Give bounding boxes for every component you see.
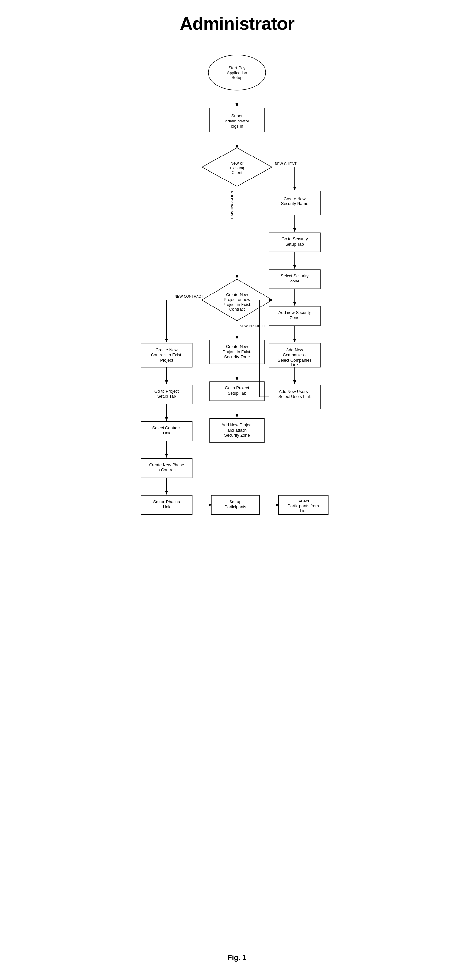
svg-text:Security Zone: Security Zone [224, 355, 250, 359]
svg-text:Select Companies: Select Companies [278, 358, 311, 363]
select-contract-node: Select Contract [152, 425, 181, 430]
goto-project-setup2-node: Go to Project [225, 385, 249, 390]
svg-text:Setup Tab: Setup Tab [285, 242, 304, 247]
svg-text:Security Zone: Security Zone [224, 433, 250, 438]
svg-text:Participants from: Participants from [287, 503, 319, 508]
svg-text:Link: Link [291, 362, 298, 367]
svg-text:Zone: Zone [290, 278, 299, 283]
svg-text:in Contract: in Contract [156, 468, 177, 473]
add-companies-node: Add New [286, 347, 303, 352]
super-admin-node: Super [231, 113, 243, 118]
decision1-node: New or [230, 161, 244, 165]
svg-text:Administrator: Administrator [225, 119, 249, 123]
create-project-zone-node: Create New [226, 344, 248, 349]
svg-text:Project or new: Project or new [224, 297, 250, 302]
select-security-zone-node: Select Security [281, 274, 309, 278]
svg-text:Select Users Link: Select Users Link [279, 394, 311, 399]
existing-client-label: EXISTING CLIENT [230, 189, 234, 219]
svg-text:Project in Exist.: Project in Exist. [223, 349, 252, 354]
goto-security-setup-node: Go to Security [281, 237, 308, 241]
goto-project-setup1-node: Go to Project [154, 389, 179, 394]
svg-text:Setup Tab: Setup Tab [157, 394, 176, 398]
new-project-label: NEW PROJECT [239, 324, 265, 328]
select-participants-node: Select [298, 499, 309, 503]
page-title: Administrator [125, 13, 349, 34]
svg-text:Existing: Existing [230, 165, 244, 170]
start-node: Start Pay [228, 65, 246, 70]
add-users-node: Add New Users - [279, 389, 310, 394]
select-phases-node: Select Phases [153, 499, 180, 504]
svg-text:Companies -: Companies - [283, 353, 307, 357]
create-security-name-node: Create New [284, 196, 306, 201]
svg-text:and attach: and attach [227, 428, 247, 433]
svg-text:Security Name: Security Name [281, 201, 308, 206]
svg-text:Contract: Contract [229, 307, 245, 312]
svg-text:Setup Tab: Setup Tab [228, 391, 246, 396]
add-new-project-node: Add New Project [222, 422, 252, 427]
svg-text:Setup: Setup [231, 75, 243, 80]
add-security-zone-node: Add new Security [279, 310, 311, 315]
flowchart: Start Pay Application Setup Super Admini… [125, 47, 349, 944]
svg-text:logs in: logs in [231, 124, 243, 129]
fig-label: Fig. 1 [125, 953, 349, 962]
create-phase-node: Create New Phase [149, 462, 184, 467]
svg-text:Project: Project [160, 358, 173, 363]
svg-text:Link: Link [163, 504, 171, 509]
page: Administrator Start Pay Application Setu… [119, 0, 355, 980]
svg-text:Project in Exist.: Project in Exist. [223, 302, 252, 307]
new-client-label: NEW CLIENT [275, 162, 296, 165]
svg-text:List: List [300, 508, 307, 513]
svg-text:Application: Application [227, 70, 247, 75]
set-up-participants-node: Set up [229, 499, 241, 504]
svg-text:Link: Link [163, 431, 171, 436]
decision2-node: Create New [226, 292, 248, 297]
svg-text:Client: Client [232, 170, 243, 175]
svg-text:Contract in Exist.: Contract in Exist. [151, 353, 182, 357]
create-contract-node: Create New [156, 347, 178, 352]
svg-text:Zone: Zone [290, 315, 299, 320]
svg-text:Participants: Participants [225, 504, 246, 509]
new-contract-label: NEW CONTRACT [174, 294, 203, 298]
